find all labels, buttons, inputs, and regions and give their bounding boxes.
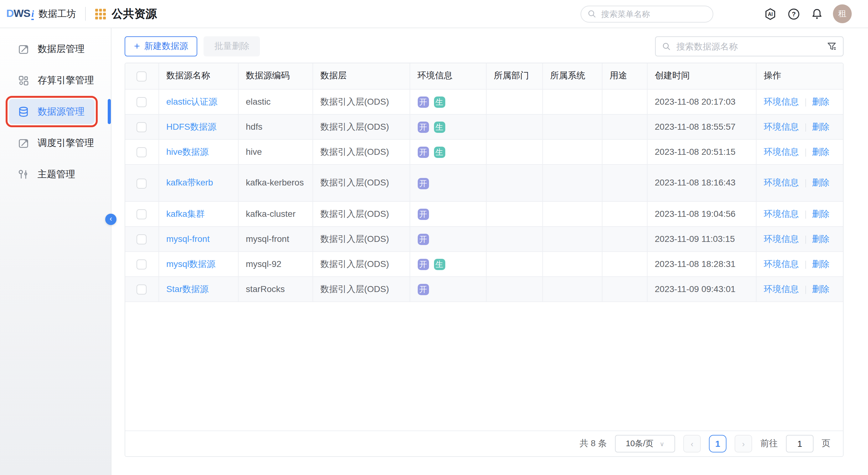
datasource-name-link[interactable]: mysql数据源 — [166, 259, 215, 269]
env-info-link[interactable]: 环境信息 — [764, 122, 799, 131]
row-checkbox[interactable] — [137, 285, 147, 295]
cell-department — [486, 201, 542, 226]
env-info-link[interactable]: 环境信息 — [764, 209, 799, 219]
env-info-link[interactable]: 环境信息 — [764, 284, 799, 294]
notification-bell-icon[interactable] — [810, 7, 824, 21]
env-info-link[interactable]: 环境信息 — [764, 234, 799, 244]
cell-env: 开生 — [410, 114, 486, 139]
action-divider — [805, 210, 806, 218]
col-header-department: 所属部门 — [486, 63, 542, 89]
cell-department — [486, 226, 542, 251]
batch-delete-button[interactable]: 批量删除 — [204, 36, 260, 56]
env-info-link[interactable]: 环境信息 — [764, 96, 799, 107]
sidebar-collapse-button[interactable]: ‹ — [105, 214, 117, 225]
menu-search[interactable] — [581, 5, 713, 22]
datasource-name-link[interactable]: Star数据源 — [166, 284, 209, 294]
env-badge-dev: 开 — [417, 284, 429, 295]
cell-code: mysql-front — [238, 226, 312, 251]
sidebar-item-theme[interactable]: 主题管理 — [9, 162, 95, 187]
ai-assistant-icon[interactable]: AI — [764, 7, 777, 21]
col-header-actions: 操作 — [756, 63, 844, 89]
cell-layer: 数据引入层(ODS) — [312, 89, 410, 114]
env-info-link[interactable]: 环境信息 — [764, 259, 799, 269]
row-checkbox[interactable] — [137, 209, 147, 219]
env-info-link[interactable]: 环境信息 — [764, 147, 799, 157]
chevron-down-icon: ∨ — [660, 440, 664, 447]
sidebar-item-storage-engine[interactable]: 存算引擎管理 — [9, 68, 95, 93]
datasource-name-link[interactable]: mysql-front — [166, 234, 210, 244]
cell-department — [486, 114, 542, 139]
menu-search-input[interactable] — [600, 8, 706, 19]
datasource-name-link[interactable]: kafka集群 — [166, 209, 205, 219]
datasource-name-link[interactable]: kafka带kerb — [166, 178, 213, 188]
delete-link[interactable]: 删除 — [812, 259, 830, 269]
cell-system — [542, 276, 602, 301]
datasource-name-link[interactable]: HDFS数据源 — [166, 122, 216, 131]
delete-link[interactable]: 删除 — [812, 147, 830, 157]
goto-page-input[interactable] — [786, 435, 813, 452]
sidebar-item-datasource[interactable]: 数据源管理 — [9, 99, 95, 124]
datasource-search[interactable] — [655, 36, 844, 56]
datasource-table-card: 数据源名称 数据源编码 数据层 环境信息 所属部门 所属系统 用途 创建时间 操… — [125, 63, 844, 457]
env-badge-prod: 生 — [434, 259, 445, 270]
sidebar-item-schedule-engine[interactable]: 调度引擎管理 — [9, 130, 95, 155]
cell-env: 开生 — [410, 89, 486, 114]
env-badge-dev: 开 — [417, 96, 429, 108]
prev-page-button[interactable]: ‹ — [683, 435, 701, 452]
cell-usage — [602, 139, 647, 164]
delete-link[interactable]: 删除 — [812, 234, 830, 244]
cell-department — [486, 251, 542, 276]
cell-env: 开生 — [410, 251, 486, 276]
row-checkbox[interactable] — [137, 147, 147, 157]
next-page-button[interactable]: › — [735, 435, 752, 452]
cell-created: 2023-11-08 20:51:15 — [647, 139, 756, 164]
cell-actions: 环境信息删除 — [756, 164, 844, 201]
delete-link[interactable]: 删除 — [812, 209, 830, 219]
page-title: 公共资源 — [112, 6, 157, 21]
new-datasource-button[interactable]: + 新建数据源 — [125, 36, 197, 56]
cell-system — [542, 164, 602, 201]
select-all-checkbox[interactable] — [137, 71, 147, 82]
cell-actions: 环境信息删除 — [756, 201, 844, 226]
datasource-name-link[interactable]: elastic认证源 — [166, 96, 217, 107]
cell-usage — [602, 89, 647, 114]
row-checkbox[interactable] — [137, 234, 147, 244]
col-header-layer: 数据层 — [312, 63, 410, 89]
page-size-select[interactable]: 10条/页 ∨ — [615, 435, 675, 452]
logo-d: D — [6, 7, 14, 20]
cell-layer: 数据引入层(ODS) — [312, 164, 410, 201]
sidebar-item-label: 数据源管理 — [38, 106, 85, 118]
delete-link[interactable]: 删除 — [812, 122, 830, 131]
cell-usage — [602, 226, 647, 251]
sidebar-item-data-layer[interactable]: 数据层管理 — [9, 36, 95, 61]
delete-link[interactable]: 删除 — [812, 178, 830, 188]
datasource-name-link[interactable]: hive数据源 — [166, 147, 209, 157]
env-info-link[interactable]: 环境信息 — [764, 178, 799, 188]
row-checkbox[interactable] — [137, 260, 147, 269]
page-unit-label: 页 — [822, 438, 830, 449]
cell-code: mysql-92 — [238, 251, 312, 276]
search-icon — [587, 9, 596, 18]
row-select-cell — [125, 114, 158, 139]
row-checkbox[interactable] — [137, 178, 147, 188]
cell-usage — [602, 164, 647, 201]
delete-link[interactable]: 删除 — [812, 284, 830, 294]
cell-name: elastic认证源 — [158, 89, 238, 114]
cell-system — [542, 251, 602, 276]
row-checkbox[interactable] — [137, 97, 147, 107]
table-row: elastic认证源 elastic 数据引入层(ODS) 开生 2023-11… — [125, 89, 844, 114]
col-header-system: 所属系统 — [542, 63, 602, 89]
current-page-button[interactable]: 1 — [709, 435, 726, 452]
datasource-search-input[interactable] — [675, 41, 822, 52]
help-icon[interactable]: ? — [786, 7, 800, 21]
sidebar-item-label: 调度引擎管理 — [38, 137, 94, 149]
cell-name: kafka带kerb — [158, 164, 238, 201]
user-avatar[interactable]: 租 — [833, 4, 852, 23]
goto-label: 前往 — [760, 438, 778, 449]
row-checkbox[interactable] — [137, 122, 147, 132]
filter-icon[interactable] — [827, 41, 837, 51]
cell-actions: 环境信息删除 — [756, 114, 844, 139]
delete-link[interactable]: 删除 — [812, 96, 830, 107]
cell-name: mysql数据源 — [158, 251, 238, 276]
table-row: HDFS数据源 hdfs 数据引入层(ODS) 开生 2023-11-08 18… — [125, 114, 844, 139]
